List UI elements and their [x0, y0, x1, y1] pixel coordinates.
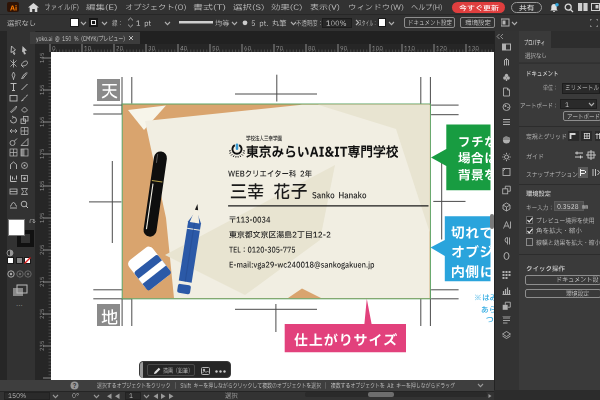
- svg-text:?: ?: [73, 382, 77, 389]
